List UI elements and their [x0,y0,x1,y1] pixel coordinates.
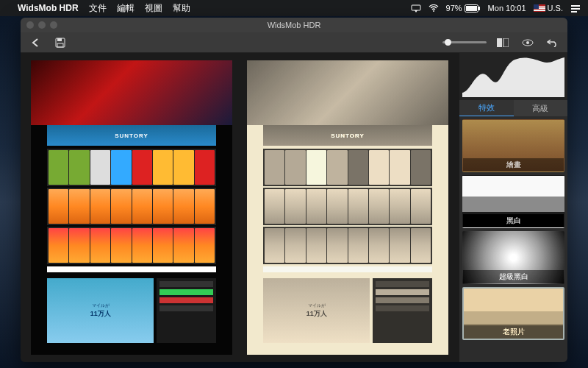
menu-help[interactable]: 幫助 [173,2,190,15]
app-window: WidsMob HDR SUNTORY [21,18,567,362]
compare-button[interactable] [494,35,512,50]
svg-rect-12 [503,38,509,47]
window-controls [26,21,57,29]
maximize-icon[interactable] [50,21,57,29]
brand-label: SUNTORY [47,125,216,146]
svg-rect-10 [57,43,63,47]
airplay-icon[interactable] [411,4,421,13]
effect-painting[interactable]: 繪畫 [462,119,564,172]
tab-advanced[interactable]: 高級 [514,100,568,116]
app-toolbar [21,32,567,53]
undo-button[interactable] [544,35,562,50]
svg-rect-6 [571,8,580,10]
app-menu[interactable]: WidsMob HDR [18,3,79,13]
preview-toggle-button[interactable] [519,35,537,50]
wifi-icon[interactable] [429,4,439,12]
close-icon[interactable] [26,21,34,29]
menu-view[interactable]: 視圖 [145,2,162,15]
input-source[interactable]: U.S. [534,4,563,13]
effect-label: 繪畫 [463,158,564,171]
original-preview[interactable]: SUNTORY マイルが 11万人 [31,60,232,355]
svg-point-1 [433,10,434,12]
effect-label: 老照片 [464,325,563,339]
effect-label: 超級黑白 [463,270,564,283]
clock[interactable]: Mon 10:01 [488,4,526,13]
preview-area: SUNTORY マイルが 11万人 [21,53,459,362]
vending-machine-image: SUNTORY マイルが 11万人 [31,60,232,355]
histogram[interactable] [459,53,567,100]
menu-file[interactable]: 文件 [89,2,107,15]
svg-rect-11 [497,38,502,47]
svg-rect-9 [57,38,62,41]
menubar-status: 97% Mon 10:01 U.S. [411,4,581,13]
battery-status[interactable]: 97% [446,4,481,13]
svg-point-14 [526,41,529,44]
tab-effects[interactable]: 特效 [459,100,514,116]
vending-machine-image-sepia: SUNTORY マイルが 11万人 [247,60,448,355]
window-titlebar[interactable]: WidsMob HDR [21,18,567,32]
effects-list[interactable]: 繪畫 黑白 超級黑白 老照片 [459,116,567,362]
zoom-slider[interactable] [442,41,487,43]
window-title: WidsMob HDR [268,21,321,29]
sidebar-tabs: 特效 高級 [459,100,567,116]
minimize-icon[interactable] [38,21,46,29]
battery-percent: 97% [446,4,462,13]
back-button[interactable] [26,35,44,50]
us-flag-icon [534,4,545,12]
svg-rect-4 [478,7,480,10]
result-preview[interactable]: SUNTORY マイルが 11万人 [247,60,448,355]
save-button[interactable] [51,35,69,50]
svg-rect-3 [466,6,477,11]
macos-menubar: WidsMob HDR 文件 編輯 視圖 幫助 97% Mon 10:01 U.… [0,0,588,16]
menu-edit[interactable]: 編輯 [117,2,135,15]
svg-rect-5 [571,5,580,7]
right-sidebar: 特效 高級 繪畫 黑白 超級黑白 老照片 [459,53,567,362]
content-area: SUNTORY マイルが 11万人 [21,53,567,362]
effect-super-bw[interactable]: 超級黑白 [462,231,564,284]
effect-bw[interactable]: 黑白 [462,175,564,228]
ad-panel: マイルが 11万人 [47,278,154,343]
notification-center-icon[interactable] [570,4,581,13]
effect-old-photo[interactable]: 老照片 [462,287,564,340]
svg-rect-0 [412,5,420,10]
effect-label: 黑白 [463,214,564,227]
svg-rect-7 [571,11,577,13]
